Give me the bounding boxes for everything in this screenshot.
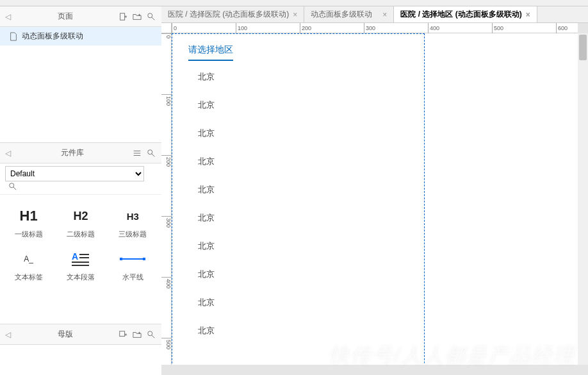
svg-rect-21 [143,258,145,260]
add-folder-icon[interactable] [132,12,142,22]
editor-area: 医院 / 选择医院 (动态面板多级联动)×动态面板多级联动×医院 / 选择地区 … [161,6,588,375]
collapse-icon[interactable]: ◁ [5,12,13,21]
widget-preview [108,249,158,269]
ruler-tick: 400 [161,277,172,288]
svg-text:A: A [72,252,78,262]
ruler-tick: 500 [492,23,503,33]
ruler-tick: 200 [300,23,311,33]
add-master-folder-icon[interactable] [132,329,142,340]
ruler-tick: 300 [161,216,172,228]
masters-panel-title: 母版 [13,329,118,340]
svg-rect-0 [120,13,125,20]
page-tree-item[interactable]: 动态面板多级联动 [0,27,161,46]
search-icon[interactable] [8,181,18,192]
close-icon[interactable]: × [526,10,530,19]
document-tab[interactable]: 医院 / 选择医院 (动态面板多级联动)× [161,6,304,22]
widget-label: 水平线 [108,272,158,282]
page-name: 动态面板多级联动 [22,31,83,42]
widget-textlabel[interactable]: A_文本标签 [3,244,54,287]
svg-point-5 [148,13,152,17]
vertical-scrollbar[interactable] [578,33,588,365]
widget-preview: H2 [56,206,105,226]
svg-line-13 [13,187,16,190]
svg-rect-20 [120,258,122,260]
region-list-item[interactable]: 北京 [198,269,215,280]
tab-label: 医院 / 选择地区 (动态面板多级联动) [400,9,521,20]
region-list-item[interactable]: 北京 [198,184,215,196]
ruler-tick: 100 [161,94,172,106]
library-panel-header: ◁ 元件库 [0,143,161,163]
widget-hrule[interactable]: 水平线 [107,244,159,287]
document-tab[interactable]: 动态面板多级联动× [304,6,394,22]
region-list-item[interactable]: 北京 [198,128,215,139]
main-layout: ◁ 页面 动态面板多级联动 ◁ 元件库 Default [0,6,588,375]
widget-preview: H1 [4,206,53,226]
library-panel: ◁ 元件库 Default H1一级标题H2二级标题H3三级标题A_文本标签A文… [0,142,161,324]
masters-panel-header: ◁ 母版 [0,324,161,345]
dynamic-panel-selection[interactable]: 请选择地区 北京北京北京北京北京北京北京北京北京北京 [172,33,425,365]
widget-preview: H3 [108,206,158,226]
close-icon[interactable]: × [293,10,297,19]
widget-h2[interactable]: H2二级标题 [54,201,106,244]
region-list-item[interactable]: 北京 [198,99,215,111]
ruler-tick: 600 [556,23,568,33]
widget-textpara[interactable]: A文本段落 [54,244,106,287]
masters-panel: ◁ 母版 [0,324,161,375]
pages-panel-header: ◁ 页面 [0,6,161,27]
menu-icon[interactable] [132,148,142,158]
widget-label: 文本段落 [56,272,105,282]
pages-tree: 动态面板多级联动 [0,27,161,142]
top-format-toolbar [0,0,588,6]
svg-point-27 [148,331,152,335]
widget-h3[interactable]: H3三级标题 [107,201,159,244]
svg-line-28 [152,335,154,337]
pages-panel-title: 页面 [13,11,118,22]
ruler-tick: 400 [428,23,439,33]
widget-label: 一级标题 [4,229,53,239]
add-page-icon[interactable] [118,12,128,22]
library-select[interactable]: Default [5,166,144,181]
widget-label: 三级标题 [108,229,158,239]
widget-preview: A [56,249,105,269]
left-sidebar: ◁ 页面 动态面板多级联动 ◁ 元件库 Default [0,6,161,375]
ruler-vertical[interactable]: 0100200300400500 [161,33,172,365]
scroll-thumb[interactable] [579,35,587,60]
document-tabs: 医院 / 选择医院 (动态面板多级联动)×动态面板多级联动×医院 / 选择地区 … [161,6,588,23]
widgets-grid: H1一级标题H2二级标题H3三级标题A_文本标签A文本段落水平线 [0,195,161,294]
collapse-icon[interactable]: ◁ [5,330,13,339]
add-master-icon[interactable] [118,329,128,340]
region-list-item[interactable]: 北京 [198,71,215,83]
tab-label: 医院 / 选择医院 (动态面板多级联动) [168,9,289,20]
svg-point-10 [148,149,152,154]
library-panel-title: 元件库 [13,147,132,158]
ruler-tick: 200 [161,155,172,167]
document-tab[interactable]: 医院 / 选择地区 (动态面板多级联动)× [394,6,537,22]
tab-label: 动态面板多级联动 [311,9,372,20]
ruler-tick: 0 [161,33,172,38]
search-icon[interactable] [146,148,156,158]
region-list-item[interactable]: 北京 [198,212,215,224]
svg-rect-22 [120,331,125,336]
svg-line-6 [152,17,154,19]
region-list-item[interactable]: 北京 [198,325,215,337]
region-list-item[interactable]: 北京 [198,240,215,252]
widget-h1[interactable]: H1一级标题 [3,201,54,244]
search-icon[interactable] [146,329,156,340]
region-list-item[interactable]: 北京 [198,156,215,167]
ruler-tick: 0 [172,23,177,33]
widget-label: 二级标题 [56,229,105,239]
region-select-header[interactable]: 请选择地区 [188,44,233,63]
widget-label: 文本标签 [4,272,53,282]
ruler-tick: 300 [364,23,375,33]
region-list-item[interactable]: 北京 [198,297,215,308]
design-canvas[interactable]: 请选择地区 北京北京北京北京北京北京北京北京北京北京 [172,33,578,365]
close-icon[interactable]: × [382,10,387,19]
search-icon[interactable] [146,12,156,22]
ruler-corner [161,23,172,33]
svg-line-11 [152,153,154,156]
ruler-tick: 500 [161,338,172,349]
canvas-viewport: 0100200300400500600 0100200300400500 请选择… [161,23,588,375]
collapse-icon[interactable]: ◁ [5,149,13,158]
page-icon [9,32,18,41]
ruler-horizontal[interactable]: 0100200300400500600 [172,23,578,33]
